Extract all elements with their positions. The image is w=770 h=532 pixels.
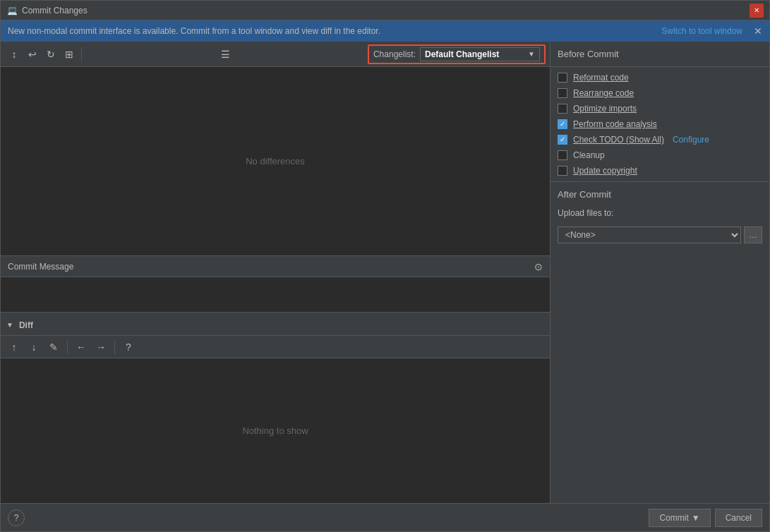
option-cleanup: Cleanup [558,150,762,160]
optimize-imports-label: Optimize imports [573,104,637,114]
upload-files-label: Upload files to: [558,208,762,218]
files-diff-area: No differences [1,67,550,255]
before-commit-header: Before Commit [551,42,769,67]
info-close-icon[interactable]: ✕ [754,25,762,37]
option-reformat-code: Reformat code [558,73,762,83]
rearrange-code-label: Rearrange code [573,88,634,98]
changelist-arrow-icon: ▼ [528,50,535,58]
toolbar-separator [81,47,82,61]
main-content: ↕ ↩ ↻ ⊞ ☰ Changelist: Default Changelist… [1,42,769,503]
commit-message-label: Commit Message [8,262,73,272]
commit-message-header: Commit Message ⊙ [1,256,550,277]
changelist-dropdown[interactable]: Default Changelist ▼ [420,47,540,61]
option-rearrange-code: Rearrange code [558,88,762,98]
diff-separator-1 [67,340,68,354]
diff-prev-button[interactable]: ← [73,339,90,356]
undo-button[interactable]: ↩ [24,46,41,63]
commit-message-info-icon[interactable]: ⊙ [534,261,543,272]
title-bar: 💻 Commit Changes ✕ [1,1,769,20]
no-differences-text: No differences [246,156,305,167]
footer: ? Commit ▼ Cancel [1,503,769,531]
cleanup-checkbox[interactable] [558,150,567,160]
changelist-area: Changelist: Default Changelist ▼ [368,44,546,64]
option-check-todo: Check TODO (Show All) Configure [558,135,762,145]
upload-select[interactable]: <None> [558,226,741,243]
changelist-value: Default Changelist [425,49,524,59]
refresh-button[interactable]: ↻ [42,46,59,63]
reformat-code-label: Reformat code [573,73,629,83]
diff-toolbar: ↑ ↓ ✎ ← → ? [1,336,550,358]
diff-expand-icon[interactable]: ▼ [6,321,13,329]
rearrange-code-checkbox[interactable] [558,88,567,98]
commit-arrow-icon: ▼ [692,513,700,523]
upload-dots-button[interactable]: … [744,226,762,243]
commit-button[interactable]: Commit ▼ [649,509,710,527]
files-toolbar: ↕ ↩ ↻ ⊞ ☰ Changelist: Default Changelist… [1,42,550,67]
cancel-button[interactable]: Cancel [715,509,762,527]
option-optimize-imports: Optimize imports [558,104,762,114]
after-commit-header: After Commit [558,189,762,200]
changelist-label: Changelist: [373,49,416,59]
perform-code-analysis-checkbox[interactable] [558,119,567,129]
cleanup-label: Cleanup [573,150,605,160]
window-icon: 💻 [6,5,18,16]
footer-buttons: Commit ▼ Cancel [649,509,762,527]
before-commit-options: Reformat code Rearrange code Optimize im… [551,67,769,182]
help-button[interactable]: ? [8,509,25,526]
switch-to-tool-window-link[interactable]: Switch to tool window [661,26,742,36]
reformat-code-checkbox[interactable] [558,73,567,83]
check-todo-checkbox[interactable] [558,135,567,145]
option-update-copyright: Update copyright [558,166,762,176]
group-button[interactable]: ⊞ [61,46,78,63]
help-icon: ? [14,513,19,523]
check-todo-label: Check TODO (Show All) [573,135,664,145]
option-perform-code-analysis: Perform code analysis [558,119,762,129]
commit-message-input[interactable] [1,277,550,313]
window-title: Commit Changes [22,6,750,16]
configure-link[interactable]: Configure [673,135,709,145]
commit-changes-window: 💻 Commit Changes ✕ New non-modal commit … [0,0,770,532]
commit-message-section: Commit Message ⊙ [1,255,550,315]
update-copyright-label: Update copyright [573,166,637,176]
cancel-label: Cancel [726,513,752,523]
diff-section: ▼ Diff ↑ ↓ ✎ ← → ? Nothing to show [1,315,550,503]
list-view-button[interactable]: ☰ [217,46,234,63]
close-button[interactable]: ✕ [750,4,764,18]
right-panel: Before Commit Reformat code Rearrange co… [551,42,769,503]
diff-down-button[interactable]: ↓ [25,339,42,356]
before-commit-label: Before Commit [558,49,619,59]
after-commit-section: After Commit Upload files to: <None> … [551,182,769,250]
diff-help-button[interactable]: ? [120,339,137,356]
nothing-to-show-text: Nothing to show [242,425,308,436]
diff-up-button[interactable]: ↑ [6,339,23,356]
diff-content: Nothing to show [1,358,550,503]
perform-code-analysis-label: Perform code analysis [573,119,657,129]
optimize-imports-checkbox[interactable] [558,104,567,114]
diff-header: ▼ Diff [1,315,550,336]
move-button[interactable]: ↕ [6,46,23,63]
diff-label: Diff [19,320,33,330]
diff-next-button[interactable]: → [92,339,109,356]
upload-dropdown-row: <None> … [558,226,762,243]
diff-edit-button[interactable]: ✎ [45,339,62,356]
commit-label: Commit [659,513,688,523]
info-bar: New non-modal commit interface is availa… [1,20,769,42]
diff-separator-2 [114,340,115,354]
update-copyright-checkbox[interactable] [558,166,567,176]
left-panel: ↕ ↩ ↻ ⊞ ☰ Changelist: Default Changelist… [1,42,551,503]
info-message: New non-modal commit interface is availa… [8,26,380,36]
